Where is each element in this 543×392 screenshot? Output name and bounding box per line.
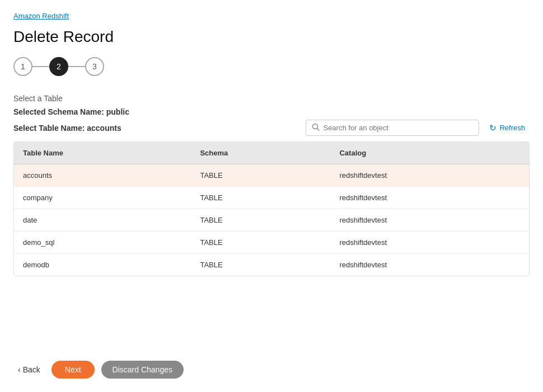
page-container: Amazon Redshift Delete Record 1 2 3 Sele… [0, 0, 543, 392]
cell-catalog: redshiftdevtest [330, 164, 529, 187]
refresh-label: Refresh [499, 124, 525, 132]
table-row[interactable]: companyTABLEredshiftdevtest [14, 187, 529, 209]
footer-actions: ‹ Back Next Discard Changes [13, 361, 184, 379]
table-header: Table Name Schema Catalog [14, 142, 529, 164]
step-1: 1 [13, 57, 32, 76]
search-icon [312, 123, 320, 133]
cell-table-name: demodb [14, 254, 191, 276]
step-2: 2 [49, 57, 68, 76]
selected-schema-label: Selected Schema Name: public [13, 107, 530, 116]
cell-table-name: date [14, 209, 191, 232]
table-row[interactable]: accountsTABLEredshiftdevtest [14, 164, 529, 187]
svg-line-1 [317, 129, 320, 131]
cell-schema: TABLE [191, 232, 330, 254]
col-header-table-name: Table Name [14, 142, 191, 164]
back-arrow-icon: ‹ [18, 365, 21, 374]
cell-table-name: demo_sql [14, 232, 191, 254]
next-button[interactable]: Next [52, 361, 95, 379]
back-label: Back [23, 365, 40, 374]
table-row[interactable]: demo_sqlTABLEredshiftdevtest [14, 232, 529, 254]
discard-changes-button[interactable]: Discard Changes [101, 361, 184, 379]
toolbar-row: Select Table Name: accounts ↻ Refresh [13, 120, 530, 136]
cell-table-name: company [14, 187, 191, 209]
cell-schema: TABLE [191, 187, 330, 209]
search-refresh-bar: ↻ Refresh [306, 120, 530, 136]
select-table-label: Select Table Name: accounts [13, 124, 121, 133]
cell-catalog: redshiftdevtest [330, 232, 529, 254]
cell-schema: TABLE [191, 209, 330, 232]
step-connector-1 [32, 66, 49, 67]
refresh-icon: ↻ [489, 123, 497, 133]
breadcrumb[interactable]: Amazon Redshift [13, 12, 69, 20]
col-header-schema: Schema [191, 142, 330, 164]
step-3: 3 [85, 57, 104, 76]
table-wrapper: Table Name Schema Catalog accountsTABLEr… [13, 141, 530, 276]
table-row[interactable]: demodbTABLEredshiftdevtest [14, 254, 529, 276]
cell-catalog: redshiftdevtest [330, 254, 529, 276]
cell-catalog: redshiftdevtest [330, 209, 529, 232]
cell-table-name: accounts [14, 164, 191, 187]
cell-schema: TABLE [191, 254, 330, 276]
section-label: Select a Table [13, 94, 530, 103]
col-header-catalog: Catalog [330, 142, 529, 164]
refresh-button[interactable]: ↻ Refresh [485, 121, 530, 135]
back-button[interactable]: ‹ Back [13, 363, 45, 376]
table-body: accountsTABLEredshiftdevtestcompanyTABLE… [14, 164, 529, 276]
page-title: Delete Record [13, 28, 530, 46]
table-container: Table Name Schema Catalog accountsTABLEr… [13, 141, 530, 276]
cell-schema: TABLE [191, 164, 330, 187]
step-connector-2 [68, 66, 85, 67]
table-row[interactable]: dateTABLEredshiftdevtest [14, 209, 529, 232]
stepper: 1 2 3 [13, 57, 530, 76]
search-input[interactable] [323, 124, 473, 132]
search-box [306, 120, 479, 136]
cell-catalog: redshiftdevtest [330, 187, 529, 209]
data-table: Table Name Schema Catalog accountsTABLEr… [14, 142, 529, 276]
